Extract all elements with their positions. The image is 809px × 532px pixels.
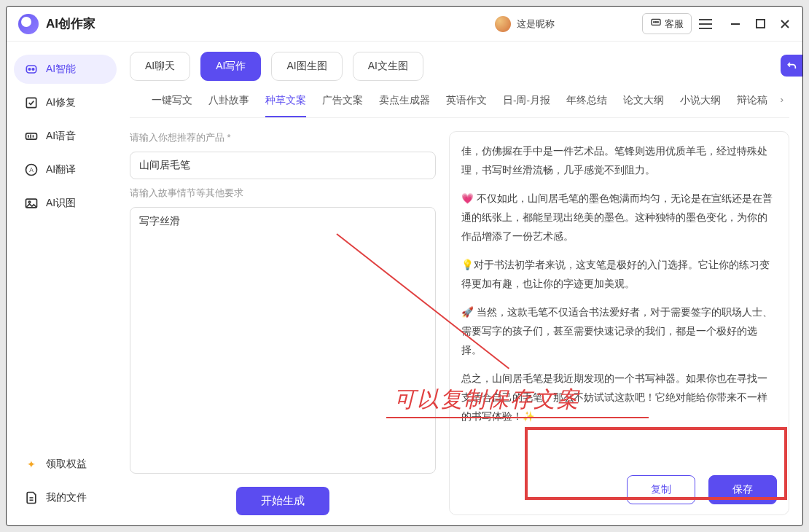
sidebar-label: AI翻译 [46,163,76,176]
sidebar-item-files[interactable]: 我的文件 [14,483,117,512]
output-text: 佳，仿佛握在手中是一件艺术品。笔锋则选用优质羊毛，经过特殊处理，书写时丝滑流畅，… [461,142,777,465]
fix-icon [24,95,39,110]
generate-button[interactable]: 开始生成 [236,487,329,515]
subtab-active[interactable]: 种草文案 [265,94,306,117]
close-button[interactable] [779,18,791,30]
output-paragraph: 🚀 当然，这款毛笔不仅适合书法爱好者，对于需要签字的职场人士、需要写字的孩子们，… [461,303,774,359]
customer-service-button[interactable]: 客服 [642,13,692,34]
product-label: 请输入你想推荐的产品 * [130,131,436,144]
menu-icon[interactable] [699,19,712,29]
copy-button[interactable]: 复制 [627,475,695,504]
sidebar-item-translate[interactable]: A AI翻译 [14,155,117,184]
subtab[interactable]: 英语作文 [446,94,487,117]
svg-point-3 [657,22,658,23]
product-input[interactable] [130,152,436,179]
svg-rect-8 [26,66,36,73]
avatar[interactable] [495,16,511,32]
sidebar-label: AI修复 [46,96,76,109]
output-panel: 佳，仿佛握在手中是一件艺术品。笔锋则选用优质羊毛，经过特殊处理，书写时丝滑流畅，… [449,131,789,515]
translate-icon: A [24,163,39,177]
app-logo-icon [18,14,39,34]
service-label: 客服 [665,17,684,31]
svg-point-2 [655,22,656,23]
subtab[interactable]: 年终总结 [566,94,607,117]
nickname: 这是昵称 [517,17,555,31]
output-paragraph: 💗 不仅如此，山间居毛笔的墨色饱满而均匀，无论是在宣纸还是在普通的纸张上，都能呈… [461,189,774,246]
template-tabs: 一键写文 八卦故事 种草文案 广告文案 卖点生成器 英语作文 日-周-月报 年终… [130,84,789,118]
tab-chat[interactable]: AI聊天 [130,52,190,81]
voice-icon [24,129,39,144]
mode-tabs: AI聊天 AI写作 AI图生图 AI文生图 [130,52,789,81]
svg-point-9 [28,69,31,71]
output-paragraph: 总之，山间居毛笔是我近期发现的一个书写神器。如果你也在寻找一支适合自己的毛笔，那… [461,369,774,426]
svg-rect-5 [756,20,764,28]
sidebar-item-image[interactable]: AI识图 [14,189,117,218]
tab-write[interactable]: AI写作 [200,52,261,81]
history-button[interactable] [781,55,802,77]
subtab[interactable]: 论文大纲 [623,94,664,117]
tab-img2img[interactable]: AI图生图 [271,52,342,81]
chevron-right-icon[interactable]: › [781,94,784,105]
sidebar-item-ai-smart[interactable]: AI智能 [14,55,117,84]
subtab[interactable]: 日-周-月报 [503,94,550,117]
svg-point-10 [32,69,34,71]
subtab[interactable]: 辩论稿 [737,94,767,117]
titlebar: AI创作家 这是昵称 客服 [7,7,802,42]
gift-icon: ✦ [24,457,39,472]
form-column: 请输入你想推荐的产品 * 请输入故事情节等其他要求 开始生成 [130,131,436,515]
subtab[interactable]: 广告文案 [322,94,363,117]
app-title: AI创作家 [46,15,95,32]
sidebar: AI智能 AI修复 AI语音 A AI翻译 AI识图 ✦ 领取权益 [7,42,124,525]
svg-point-1 [654,22,654,23]
sidebar-label: 领取权益 [46,458,87,471]
sidebar-item-fix[interactable]: AI修复 [14,88,117,117]
svg-text:A: A [29,166,34,173]
svg-rect-11 [26,98,36,107]
chat-icon [650,17,662,31]
sidebar-label: AI智能 [46,63,76,76]
sidebar-item-voice[interactable]: AI语音 [14,122,117,151]
sidebar-label: AI识图 [46,197,76,210]
subtab[interactable]: 卖点生成器 [379,94,430,117]
detail-textarea[interactable] [130,207,436,474]
tab-txt2img[interactable]: AI文生图 [353,52,423,81]
sidebar-label: AI语音 [46,130,76,143]
output-paragraph: 佳，仿佛握在手中是一件艺术品。笔锋则选用优质羊毛，经过特殊处理，书写时丝滑流畅，… [461,142,774,179]
svg-point-19 [28,201,31,203]
maximize-button[interactable] [754,18,766,30]
detail-label: 请输入故事情节等其他要求 [130,187,436,200]
minimize-button[interactable] [730,18,741,30]
image-icon [24,196,39,211]
sidebar-label: 我的文件 [46,491,87,504]
subtab[interactable]: 一键写文 [152,94,192,117]
output-paragraph: 💡对于书法初学者来说，这支笔是极好的入门选择。它让你的练习变得更加有趣，也让你的… [461,256,774,293]
file-icon [24,490,39,505]
sidebar-item-benefits[interactable]: ✦ 领取权益 [14,450,117,479]
subtab[interactable]: 小说大纲 [680,94,721,117]
save-button[interactable]: 保存 [708,475,777,504]
main-area: AI聊天 AI写作 AI图生图 AI文生图 一键写文 八卦故事 种草文案 广告文… [124,42,802,525]
app-window: AI创作家 这是昵称 客服 AI智能 AI修复 [6,6,803,526]
ai-icon [24,62,39,77]
subtab[interactable]: 八卦故事 [208,94,249,117]
